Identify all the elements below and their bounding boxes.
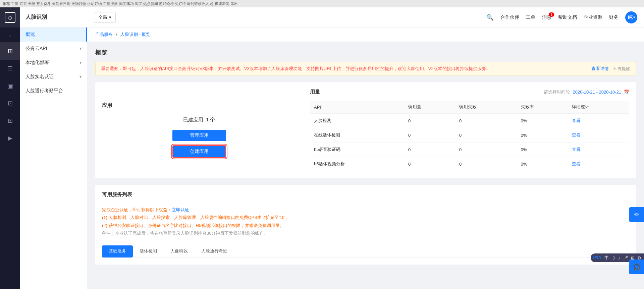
notice-bar: 重要通知：即日起，人脸识别的API接口全面升级到V3版本，并开放测试。V3版本增… [95,62,636,75]
form-icon: ▣ [7,82,13,90]
search-icon[interactable]: 🔍 [486,14,494,21]
chart-icon: ⊡ [8,100,13,107]
notice-view-detail[interactable]: 查看详情 [591,66,609,72]
cell-api-name: 在线活体检测 [310,128,404,142]
page-title: 概览 [95,49,636,57]
table-row: 在线活体检测 0 0 0% 查看 [310,128,629,142]
tab-portrait[interactable]: 人像特效 [164,245,195,257]
cell-failures: 0 [455,157,517,171]
usage-table: API 调用量 调用失败 失败率 详细统计 人脸检测 0 0 0% [310,101,629,171]
video-icon: ▶ [8,134,12,142]
notice-actions: 查看详情 不再提醒 [591,66,630,72]
nav-icon-form[interactable]: ▣ [0,77,20,95]
cell-api-name: h5活体视频分析 [310,157,404,171]
tool-mic-icon[interactable]: 🎤 [623,255,628,261]
cell-action[interactable]: 查看 [568,142,629,157]
sidebar-expand-arrow[interactable]: › [0,29,20,42]
content-sidebar: 人脸识别 概览 公有云API ▾ 本地化部署 ▾ 人脸实名认证 ▾ 人脸通行考勤… [20,7,87,289]
col-detail: 详细统计 [568,101,629,114]
logo[interactable]: ◇ [0,7,20,27]
auth-notice: 完成企业认证，即可获得以下权益：立即认证 (1) 人脸检测、人脸对比、人脸搜索、… [102,202,629,241]
notice-no-remind[interactable]: 不再提醒 [613,66,630,72]
sidebar-item-attendance[interactable]: 人脸通行考勤平台 [20,84,87,98]
cell-rate: 0% [517,128,568,142]
nav-icon-chart[interactable]: ⊡ [0,95,20,112]
nav-finance[interactable]: 财务 [609,14,619,20]
nav-icon-network[interactable]: ⊞ [0,112,20,129]
message-badge: 1 [549,12,554,17]
nav-icon-video[interactable]: ▶ [0,129,20,147]
selector-chevron-icon: ▾ [109,15,111,20]
date-range-selector: 请选择时间段 2020-10-21 - 2020-10-21 📅 [544,89,629,95]
table-row: h5语音验证码 0 0 0% 查看 [310,142,629,157]
cell-rate: 0% [517,114,568,128]
tab-basic-service[interactable]: 基础服务 [102,245,133,257]
chevron-down-icon: ▾ [79,46,82,51]
nav-workorder[interactable]: 工单 [526,14,535,20]
fly-logo: iFLY [593,255,602,260]
cell-action[interactable]: 查看 [568,128,629,142]
nav-partners[interactable]: 合作伙伴 [500,14,519,20]
content-wrapper: 概览 重要通知：即日起，人脸识别的API接口全面升级到V3版本，并开放测试。V3… [87,42,644,271]
tool-cn-icon[interactable]: 中 [604,255,609,261]
col-failures: 调用失败 [455,101,517,114]
breadcrumb: 产品服务 / 人脸识别 - 概览 [87,27,644,42]
application-section: 应用 已建应用: 1 个 管理应用 创建应用 [95,82,303,178]
icon-sidebar: ◇ › ⊞ ☰ ▣ ⊡ ⊞ ▶ [0,7,20,289]
sidebar-item-local-deploy[interactable]: 本地化部署 ▾ [20,56,87,70]
cell-failures: 0 [455,114,517,128]
header-left: 全局 ▾ [94,12,116,23]
auth-notice-line-3: (2) 获得公安验证接口、身份证与名字比对接口、H5视频活体接口的权限，并赠送免… [102,222,629,229]
browser-bar: 推荐 百度 京东 天猫 努力奋斗 天活来日啊 天猫好物 求胡好物 百度搜索 淘宝… [0,0,644,7]
app-usage-container: 应用 已建应用: 1 个 管理应用 创建应用 用量 请选择时间段 2020-10… [95,82,636,178]
auth-link[interactable]: 立即认证 [172,207,189,212]
user-avatar[interactable]: 纯 ▾ [625,11,637,23]
chevron-down-icon-2: ▾ [79,60,82,65]
nav-messages[interactable]: 消息 1 [542,14,551,20]
cell-rate: 0% [517,142,568,157]
sidebar-item-face-auth[interactable]: 人脸实名认证 ▾ [20,70,87,84]
dashboard-icon: ⊞ [8,47,13,55]
col-rate: 失败率 [517,101,568,114]
cell-api-name: 人脸检测 [310,114,404,128]
col-calls: 调用量 [404,101,455,114]
sidebar-item-overview[interactable]: 概览 [20,27,87,42]
logo-icon: ◇ [5,12,15,23]
tab-liveness[interactable]: 活体检测 [133,245,164,257]
breadcrumb-item-products[interactable]: 产品服务 [95,32,113,37]
avatar-chevron-icon: ▾ [633,15,635,19]
global-selector[interactable]: 全局 ▾ [94,12,116,23]
usage-title: 用量 [310,89,320,95]
notice-text: 重要通知：即日起，人脸识别的API接口全面升级到V3版本，并开放测试。V3版本增… [101,66,591,72]
cell-action[interactable]: 查看 [568,157,629,171]
float-edit-button[interactable]: ✏ [629,207,644,222]
cell-action[interactable]: 查看 [568,114,629,128]
cell-failures: 0 [455,128,517,142]
service-tabs: 基础服务 活体检测 人像特效 人脸通行考勤 [102,245,629,258]
edit-icon: ✏ [634,211,639,218]
tool-music-icon[interactable]: ♪ [618,255,621,261]
col-api: API [310,101,404,114]
create-app-button[interactable]: 创建应用 [172,145,226,158]
date-value[interactable]: 2020-10-21 - 2020-10-21 [573,90,621,95]
app-count: 已建应用: 1 个 [183,117,215,123]
tab-attendance[interactable]: 人脸通行考勤 [195,245,234,257]
sidebar-item-public-api[interactable]: 公有云API ▾ [20,42,87,56]
calendar-icon[interactable]: 📅 [624,90,629,95]
cell-rate: 0% [517,157,568,171]
manage-app-button[interactable]: 管理应用 [172,130,226,141]
nav-help[interactable]: 帮助文档 [558,14,577,20]
float-headset-button[interactable]: 🎧 [629,259,644,274]
usage-section: 用量 请选择时间段 2020-10-21 - 2020-10-21 📅 API [303,82,636,178]
cell-calls: 0 [404,128,455,142]
cell-api-name: h5语音验证码 [310,142,404,157]
header-right: 🔍 合作伙伴 工单 消息 1 帮助文档 企业资源 财务 纯 ▾ [486,11,637,23]
nav-icon-dashboard[interactable]: ⊞ [0,42,20,60]
nav-enterprise[interactable]: 企业资源 [584,14,602,20]
main-area: 全局 ▾ 🔍 合作伙伴 工单 消息 1 帮助文档 企业资源 财务 纯 ▾ [87,7,644,289]
application-title: 应用 [102,102,296,109]
breadcrumb-item-overview[interactable]: 人脸识别 - 概览 [120,32,151,37]
nav-icon-table[interactable]: ☰ [0,60,20,77]
tool-moon-icon[interactable]: ☽ [611,255,615,261]
nav-icons: › ⊞ ☰ ▣ ⊡ ⊞ ▶ [0,27,20,147]
